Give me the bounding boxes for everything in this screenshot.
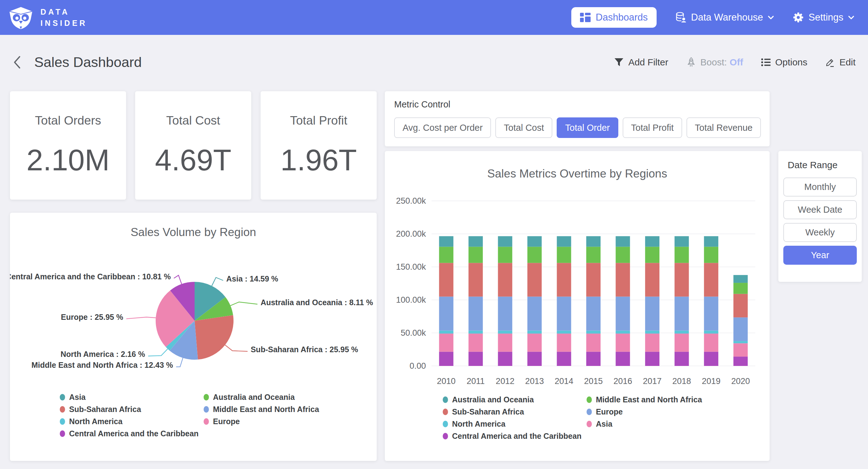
bar-segment-north-america-2010[interactable] (439, 331, 453, 334)
bar-segment-middle-east-and-north-africa-2013[interactable] (527, 247, 542, 263)
bar-segment-asia-2012[interactable] (498, 333, 512, 352)
bar-segment-north-america-2012[interactable] (498, 331, 512, 334)
bar-segment-asia-2017[interactable] (645, 333, 659, 352)
legend-item-central-america-and-the-caribbean[interactable]: Central America and the Caribbean (60, 429, 204, 438)
back-button[interactable] (12, 55, 21, 69)
metric-option-total-cost[interactable]: Total Cost (495, 117, 552, 138)
legend-item-sub-saharan-africa[interactable]: Sub-Saharan Africa (443, 407, 587, 416)
bar-segment-asia-2020[interactable] (734, 343, 748, 357)
bar-segment-sub-saharan-africa-2012[interactable] (498, 263, 512, 296)
legend-item-middle-east-and-north-africa[interactable]: Middle East and North Africa (204, 405, 319, 414)
date-range-option-year[interactable]: Year (783, 246, 857, 265)
legend-item-europe[interactable]: Europe (204, 417, 319, 426)
bar-segment-asia-2015[interactable] (586, 333, 600, 352)
legend-item-central-america-and-the-caribbean[interactable]: Central America and the Caribbean (443, 432, 587, 440)
bar-segment-australia-and-oceania-2012[interactable] (498, 236, 512, 247)
bar-segment-middle-east-and-north-africa-2011[interactable] (469, 247, 483, 263)
bar-segment-sub-saharan-africa-2020[interactable] (734, 294, 748, 318)
bar-segment-australia-and-oceania-2014[interactable] (557, 236, 571, 247)
bar-segment-central-america-and-the-caribbean-2011[interactable] (469, 352, 483, 366)
legend-item-australia-and-oceania[interactable]: Australia and Oceania (443, 395, 587, 404)
nav-data-warehouse[interactable]: Data Warehouse (675, 12, 774, 23)
bar-segment-north-america-2020[interactable] (734, 341, 748, 343)
bar-segment-middle-east-and-north-africa-2019[interactable] (704, 247, 718, 263)
bar-segment-europe-2017[interactable] (645, 296, 659, 330)
legend-item-europe[interactable]: Europe (587, 407, 702, 416)
bar-segment-sub-saharan-africa-2011[interactable] (469, 263, 483, 296)
bar-segment-asia-2019[interactable] (704, 333, 718, 352)
bar-segment-north-america-2014[interactable] (557, 331, 571, 334)
bar-segment-europe-2015[interactable] (586, 296, 600, 330)
bar-segment-central-america-and-the-caribbean-2013[interactable] (527, 352, 542, 366)
bar-segment-australia-and-oceania-2017[interactable] (645, 236, 659, 247)
bar-segment-sub-saharan-africa-2018[interactable] (675, 263, 689, 296)
date-range-option-week-date[interactable]: Week Date (783, 200, 857, 219)
bar-segment-north-america-2016[interactable] (616, 331, 630, 334)
legend-item-asia[interactable]: Asia (587, 419, 702, 428)
legend-item-australia-and-oceania[interactable]: Australia and Oceania (204, 393, 319, 402)
bar-segment-middle-east-and-north-africa-2014[interactable] (557, 247, 571, 263)
bar-segment-asia-2010[interactable] (439, 333, 453, 352)
date-range-option-monthly[interactable]: Monthly (783, 177, 857, 197)
bar-segment-asia-2014[interactable] (557, 333, 571, 352)
bar-segment-asia-2013[interactable] (527, 333, 542, 352)
bar-segment-central-america-and-the-caribbean-2019[interactable] (704, 352, 718, 366)
bar-segment-sub-saharan-africa-2010[interactable] (439, 263, 453, 296)
edit-button[interactable]: Edit (825, 57, 856, 67)
bar-segment-middle-east-and-north-africa-2012[interactable] (498, 247, 512, 263)
bar-segment-australia-and-oceania-2013[interactable] (527, 236, 542, 247)
bar-segment-north-america-2015[interactable] (586, 331, 600, 334)
bar-segment-central-america-and-the-caribbean-2012[interactable] (498, 352, 512, 366)
bar-segment-europe-2016[interactable] (616, 296, 630, 330)
bar-segment-north-america-2019[interactable] (704, 331, 718, 334)
legend-item-north-america[interactable]: North America (60, 417, 204, 426)
bar-segment-central-america-and-the-caribbean-2018[interactable] (675, 352, 689, 366)
bar-segment-central-america-and-the-caribbean-2010[interactable] (439, 352, 453, 366)
bar-segment-central-america-and-the-caribbean-2015[interactable] (586, 352, 600, 366)
bar-segment-australia-and-oceania-2018[interactable] (675, 236, 689, 247)
metric-option-total-profit[interactable]: Total Profit (623, 117, 682, 138)
legend-item-middle-east-and-north-africa[interactable]: Middle East and North Africa (587, 395, 702, 404)
date-range-option-weekly[interactable]: Weekly (783, 223, 857, 242)
bar-segment-central-america-and-the-caribbean-2017[interactable] (645, 352, 659, 366)
bar-segment-asia-2018[interactable] (675, 333, 689, 352)
bar-segment-sub-saharan-africa-2016[interactable] (616, 263, 630, 296)
legend-item-sub-saharan-africa[interactable]: Sub-Saharan Africa (60, 405, 204, 414)
nav-dashboards[interactable]: Dashboards (571, 7, 656, 28)
bar-segment-australia-and-oceania-2019[interactable] (704, 236, 718, 247)
pie-slice-sub-saharan-africa[interactable] (194, 315, 234, 360)
bar-segment-europe-2011[interactable] (469, 296, 483, 330)
boost-toggle[interactable]: Boost: Off (686, 57, 743, 67)
bar-segment-middle-east-and-north-africa-2017[interactable] (645, 247, 659, 263)
bar-segment-sub-saharan-africa-2015[interactable] (586, 263, 600, 296)
bar-segment-europe-2019[interactable] (704, 296, 718, 330)
bar-segment-europe-2013[interactable] (527, 296, 542, 330)
bar-segment-middle-east-and-north-africa-2018[interactable] (675, 247, 689, 263)
bar-segment-europe-2010[interactable] (439, 296, 453, 330)
bar-segment-europe-2018[interactable] (675, 296, 689, 330)
bar-segment-europe-2012[interactable] (498, 296, 512, 330)
legend-item-asia[interactable]: Asia (60, 393, 204, 402)
metric-option-total-revenue[interactable]: Total Revenue (686, 117, 761, 138)
bar-segment-central-america-and-the-caribbean-2016[interactable] (616, 352, 630, 366)
bar-segment-middle-east-and-north-africa-2015[interactable] (586, 247, 600, 263)
bar-segment-europe-2014[interactable] (557, 296, 571, 330)
bar-segment-middle-east-and-north-africa-2016[interactable] (616, 247, 630, 263)
bar-segment-sub-saharan-africa-2013[interactable] (527, 263, 542, 296)
options-button[interactable]: Options (761, 57, 807, 67)
bar-segment-australia-and-oceania-2015[interactable] (586, 236, 600, 247)
bar-segment-sub-saharan-africa-2014[interactable] (557, 263, 571, 296)
bar-segment-north-america-2018[interactable] (675, 331, 689, 334)
bar-segment-north-america-2013[interactable] (527, 331, 542, 334)
bar-segment-europe-2020[interactable] (734, 317, 748, 341)
bar-segment-north-america-2011[interactable] (469, 331, 483, 334)
bar-segment-central-america-and-the-caribbean-2014[interactable] (557, 352, 571, 366)
bar-segment-sub-saharan-africa-2019[interactable] (704, 263, 718, 296)
bar-segment-australia-and-oceania-2020[interactable] (734, 275, 748, 283)
bar-segment-australia-and-oceania-2016[interactable] (616, 236, 630, 247)
bar-segment-asia-2016[interactable] (616, 333, 630, 352)
metric-option-total-order[interactable]: Total Order (557, 117, 618, 138)
bar-segment-sub-saharan-africa-2017[interactable] (645, 263, 659, 296)
legend-item-north-america[interactable]: North America (443, 419, 587, 428)
nav-settings[interactable]: Settings (793, 12, 854, 23)
